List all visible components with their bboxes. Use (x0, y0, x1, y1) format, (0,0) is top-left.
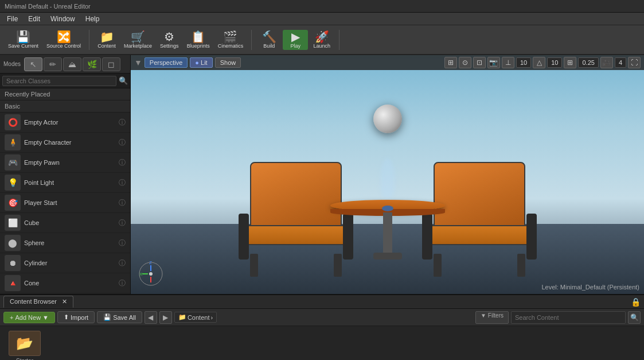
mode-landscape-button[interactable]: ⛰ (63, 57, 81, 71)
toolbar-group-file: 💾 Save Current 🔀 Source Control (5, 30, 89, 50)
leg-right-fr (517, 254, 525, 277)
save-all-button[interactable]: 💾 Save All (97, 311, 142, 323)
scale-snap-icon[interactable]: ⊡ (473, 57, 486, 68)
list-item[interactable]: ⬜ Cube ⓘ (0, 213, 130, 233)
nav-back-button[interactable]: ◀ (145, 311, 157, 324)
surface-snapping-icon[interactable]: ⊥ (502, 57, 514, 68)
class-list: Recently Placed Basic ⭕ Empty Actor ⓘ 🧍 … (0, 88, 130, 294)
empty-actor-label: Empty Actor (24, 119, 115, 126)
table-base (373, 253, 402, 260)
empty-actor-info: ⓘ (119, 118, 126, 127)
content-search-input[interactable] (511, 311, 626, 324)
cinematics-label: Cinematics (218, 43, 244, 49)
grid-angle-icon[interactable]: △ (533, 57, 545, 68)
scene-furniture (131, 119, 644, 294)
empty-character-info: ⓘ (119, 138, 126, 148)
save-label: Save Current (8, 43, 38, 49)
list-item[interactable]: 💡 Point Light ⓘ (0, 173, 130, 193)
content-label: Content (97, 43, 116, 49)
perspective-button[interactable]: Perspective (145, 57, 188, 68)
launch-button[interactable]: 🚀 Launch (309, 30, 334, 50)
scale-value: 0.25 (578, 57, 598, 68)
lit-button[interactable]: ● Lit (190, 57, 212, 68)
save-all-icon: 💾 (103, 313, 111, 321)
table-center (330, 200, 445, 260)
play-icon: ▶ (291, 31, 300, 42)
build-label: Build (263, 43, 275, 49)
menu-edit[interactable]: Edit (24, 14, 45, 24)
nav-forward-button[interactable]: ▶ (159, 311, 172, 324)
blueprints-button[interactable]: 📋 Blueprints (184, 30, 213, 50)
viewport-dropdown-icon[interactable]: ▼ (134, 58, 142, 67)
list-item[interactable]: 🧍 Empty Character ⓘ (0, 133, 130, 153)
list-item[interactable]: 🔺 Cone ⓘ (0, 273, 130, 293)
player-start-icon: 🎯 (5, 195, 21, 211)
camera-icon[interactable]: 📷 (487, 57, 500, 68)
play-button[interactable]: ▶ Play (283, 30, 308, 50)
list-item[interactable]: 🎯 Player Start ⓘ (0, 193, 130, 213)
cylinder-icon: ⏺ (5, 255, 21, 271)
marketplace-button[interactable]: 🛒 Marketplace (120, 30, 155, 50)
category-recently-placed[interactable]: Recently Placed (0, 88, 130, 100)
svg-text:Z: Z (149, 260, 152, 265)
svg-text:X: X (139, 272, 143, 277)
source-control-button[interactable]: 🔀 Source Control (43, 30, 84, 50)
grid-snap-icon[interactable]: ⊞ (444, 57, 457, 68)
category-basic[interactable]: Basic (0, 100, 130, 113)
scale-icon[interactable]: ⊞ (564, 57, 576, 68)
cube-label: Cube (24, 219, 115, 226)
content-icon: 📁 (100, 31, 114, 42)
save-current-button[interactable]: 💾 Save Current (5, 30, 42, 50)
menubar: File Edit Window Help (0, 13, 644, 25)
folder-starter[interactable]: 📂 Starter (5, 331, 45, 360)
modes-label: Modes (3, 61, 21, 67)
content-button[interactable]: 📁 Content (94, 30, 119, 50)
mode-geometry-button[interactable]: ◻ (102, 57, 120, 71)
camera-speed-icon[interactable]: 🎥 (600, 57, 613, 68)
cube-info: ⓘ (119, 218, 126, 228)
cinematics-button[interactable]: 🎬 Cinematics (214, 30, 247, 50)
filters-button[interactable]: ▼ Filters (475, 311, 509, 324)
grid-value: 10 (516, 57, 531, 68)
settings-icon: ⚙ (164, 31, 174, 42)
mode-foliage-button[interactable]: 🌿 (83, 57, 101, 71)
angle-snap-icon[interactable]: ⊙ (459, 57, 471, 68)
sphere-info: ⓘ (119, 238, 126, 248)
path-label: Content (188, 314, 210, 321)
content-browser-panel: Content Browser ✕ 🔒 + Add New ▼ ⬆ Import… (0, 294, 644, 360)
content-browser-close-icon[interactable]: ✕ (62, 298, 67, 305)
scene-content: Z X Level: Minimal_Default (Persistent) (131, 70, 644, 294)
show-button[interactable]: Show (215, 57, 241, 68)
list-item[interactable]: ⏺ Cylinder ⓘ (0, 253, 130, 273)
titlebar: Minimal Default - Unreal Editor (0, 0, 644, 13)
add-dropdown-icon: ▼ (42, 314, 49, 321)
leg-left-fl (250, 254, 258, 277)
search-input[interactable] (2, 76, 116, 86)
add-new-button[interactable]: + Add New ▼ (3, 312, 55, 323)
menu-help[interactable]: Help (81, 14, 104, 24)
import-button[interactable]: ⬆ Import (57, 311, 95, 323)
settings-button[interactable]: ⚙ Settings (157, 30, 182, 50)
menu-window[interactable]: Window (46, 14, 80, 24)
viewport[interactable]: ▼ Perspective ● Lit Show ⊞ ⊙ ⊡ 📷 ⊥ 10 △ … (131, 55, 644, 294)
search-icon[interactable]: 🔍 (628, 311, 641, 324)
source-control-label: Source Control (46, 43, 81, 49)
content-path: 📁 Content › (174, 312, 217, 323)
menu-file[interactable]: File (2, 14, 22, 24)
empty-character-label: Empty Character (24, 139, 115, 146)
level-name: Level: Minimal_Default (Persistent) (541, 284, 639, 291)
table-stem (383, 212, 392, 253)
search-icon: 🔍 (119, 76, 128, 85)
mode-select-button[interactable]: ↖ (24, 57, 42, 71)
content-browser-tab[interactable]: Content Browser ✕ (3, 296, 73, 308)
player-start-info: ⓘ (119, 198, 126, 208)
maximize-icon[interactable]: ⛶ (628, 57, 641, 68)
list-item[interactable]: ⭕ Empty Actor ⓘ (0, 113, 130, 133)
list-item[interactable]: ⬤ Sphere ⓘ (0, 233, 130, 253)
list-item[interactable]: 🎮 Empty Pawn ⓘ (0, 153, 130, 173)
cb-search-area: ▼ Filters 🔍 (475, 311, 641, 324)
lock-icon[interactable]: 🔒 (631, 297, 641, 307)
content-browser-main: 📂 Starter (0, 326, 644, 360)
mode-paint-button[interactable]: ✏ (44, 57, 62, 71)
build-button[interactable]: 🔨 Build (256, 30, 282, 50)
